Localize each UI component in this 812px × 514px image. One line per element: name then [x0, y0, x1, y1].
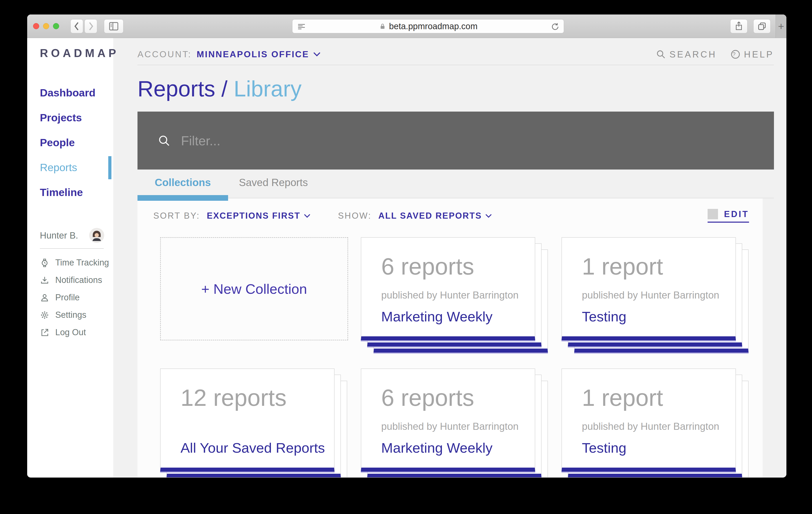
- account-header: ACCOUNT: MINNEAPOLIS OFFICE SEARCH: [138, 38, 774, 65]
- avatar[interactable]: [89, 228, 104, 243]
- divider: [40, 248, 104, 249]
- edit-checkbox[interactable]: [707, 209, 718, 219]
- chevron-left-icon: [74, 21, 80, 31]
- publisher-text: published by Hunter Barrington: [582, 290, 726, 301]
- collection-card[interactable]: 6 reports published by Hunter Barrington…: [361, 237, 535, 340]
- address-bar[interactable]: beta.ppmroadmap.com: [292, 19, 564, 33]
- chevron-down-icon[interactable]: [303, 213, 311, 218]
- show-tabs-button[interactable]: [753, 19, 771, 33]
- menu-item-label: Log Out: [55, 328, 86, 337]
- sidebar: ROADMAP Dashboard Projects People Report…: [27, 38, 113, 477]
- collection-card-testing: 1 report published by Hunter Barrington …: [561, 368, 750, 477]
- collection-title-link[interactable]: Marketing Weekly: [381, 440, 493, 456]
- reload-icon[interactable]: [551, 22, 560, 31]
- help-label: HELP: [744, 49, 774, 60]
- menu-item-label: Settings: [55, 310, 86, 320]
- forward-button[interactable]: [85, 19, 97, 33]
- report-count: 6 reports: [381, 384, 526, 411]
- menu-item-notifications[interactable]: Notifications: [40, 275, 113, 285]
- report-count: 12 reports: [180, 384, 325, 411]
- browser-toolbar: beta.ppmroadmap.com: [27, 14, 786, 38]
- collection-title-link[interactable]: Testing: [582, 440, 626, 456]
- collections-row: + New Collection 6 reports published by …: [138, 237, 763, 354]
- search-button[interactable]: SEARCH: [656, 49, 717, 60]
- collection-card[interactable]: 6 reports published by Hunter Barrington…: [361, 368, 535, 472]
- collection-card-marketing-weekly: 6 reports published by Hunter Barrington…: [361, 368, 549, 477]
- list-controls: SORT BY: EXCEPTIONS FIRST SHOW: ALL SAVE…: [138, 209, 763, 223]
- plus-icon: +: [778, 20, 784, 32]
- svg-text:?: ?: [732, 51, 738, 57]
- tab-bar: Collections Saved Reports: [138, 176, 774, 199]
- close-window-button[interactable]: [33, 23, 39, 29]
- external-link-icon: [40, 328, 49, 337]
- tab-collections[interactable]: Collections: [138, 176, 228, 198]
- sidebar-item-dashboard[interactable]: Dashboard: [40, 87, 113, 99]
- roadmap-logo: ROADMAP: [40, 47, 113, 60]
- active-tab-indicator: [138, 195, 228, 201]
- sidebar-item-reports[interactable]: Reports: [40, 161, 113, 174]
- watch-icon: [40, 258, 49, 268]
- publisher-text: published by Hunter Barrington: [582, 421, 726, 432]
- new-collection-button[interactable]: + New Collection: [160, 237, 348, 340]
- sidebar-item-projects[interactable]: Projects: [40, 111, 113, 124]
- chevron-right-icon: [87, 21, 94, 31]
- publisher-text: published by Hunter Barrington: [381, 290, 526, 301]
- active-nav-indicator: [108, 156, 111, 179]
- share-button[interactable]: [730, 19, 748, 33]
- sidebar-item-label: Dashboard: [40, 87, 95, 99]
- share-icon: [734, 21, 743, 32]
- chevron-down-icon[interactable]: [485, 213, 492, 218]
- url-text: beta.ppmroadmap.com: [389, 22, 478, 31]
- person-icon: [40, 293, 49, 302]
- sidebar-item-people[interactable]: People: [40, 136, 113, 149]
- new-tab-button[interactable]: +: [776, 14, 786, 38]
- show-select[interactable]: ALL SAVED REPORTS: [378, 211, 482, 221]
- menu-item-label: Notifications: [55, 275, 102, 285]
- collection-title-link[interactable]: All Your Saved Reports: [180, 440, 325, 456]
- minimize-window-button[interactable]: [43, 23, 49, 29]
- menu-item-profile[interactable]: Profile: [40, 293, 113, 302]
- collection-card-marketing-weekly: 6 reports published by Hunter Barrington…: [361, 237, 549, 354]
- account-selector[interactable]: MINNEAPOLIS OFFICE: [197, 49, 309, 59]
- help-button[interactable]: ? HELP: [730, 49, 774, 60]
- report-count: 1 report: [582, 384, 726, 411]
- page-title: Reports / Library: [138, 76, 786, 102]
- menu-item-log-out[interactable]: Log Out: [40, 328, 113, 337]
- back-button[interactable]: [70, 19, 83, 33]
- breadcrumb-reports: Reports /: [138, 76, 228, 101]
- tabs-overview-icon: [757, 21, 767, 31]
- sidebar-item-label: Timeline: [40, 186, 83, 198]
- edit-button[interactable]: EDIT: [707, 209, 749, 223]
- collection-title-link[interactable]: Testing: [582, 308, 626, 325]
- user-name: Hunter B.: [40, 231, 78, 241]
- download-icon: [40, 275, 49, 285]
- filter-input[interactable]: [180, 133, 724, 149]
- menu-item-label: Profile: [55, 293, 80, 302]
- sidebar-item-label: Projects: [40, 112, 82, 124]
- collection-card-testing: 1 report published by Hunter Barrington …: [561, 237, 750, 354]
- filter-bar: [138, 112, 774, 170]
- sidebar-nav: Dashboard Projects People Reports Timeli…: [40, 87, 113, 199]
- lock-icon: [379, 22, 386, 31]
- report-count: 6 reports: [381, 253, 526, 280]
- collection-card-all-saved: 12 reports All Your Saved Reports: [160, 368, 348, 477]
- collection-card[interactable]: 1 report published by Hunter Barrington …: [561, 237, 736, 340]
- sidebar-item-timeline[interactable]: Timeline: [40, 186, 113, 199]
- tab-saved-reports[interactable]: Saved Reports: [228, 176, 319, 198]
- collection-card[interactable]: 12 reports All Your Saved Reports: [160, 368, 335, 472]
- window-controls: [33, 23, 59, 29]
- sort-by-label: SORT BY:: [153, 211, 200, 221]
- edit-label: EDIT: [724, 209, 749, 219]
- collection-card[interactable]: 1 report published by Hunter Barrington …: [561, 368, 736, 472]
- collection-title-link[interactable]: Marketing Weekly: [381, 308, 493, 325]
- sort-by-select[interactable]: EXCEPTIONS FIRST: [207, 211, 300, 221]
- sidebar-toggle-button[interactable]: [104, 19, 123, 33]
- menu-item-label: Time Tracking: [55, 258, 109, 268]
- report-count: 1 report: [582, 253, 726, 280]
- menu-item-time-tracking[interactable]: Time Tracking: [40, 258, 113, 268]
- collections-panel: SORT BY: EXCEPTIONS FIRST SHOW: ALL SAVE…: [138, 199, 763, 477]
- zoom-window-button[interactable]: [53, 23, 59, 29]
- browser-window: beta.ppmroadmap.com: [27, 14, 786, 478]
- chevron-down-icon[interactable]: [313, 52, 321, 57]
- menu-item-settings[interactable]: Settings: [40, 310, 113, 320]
